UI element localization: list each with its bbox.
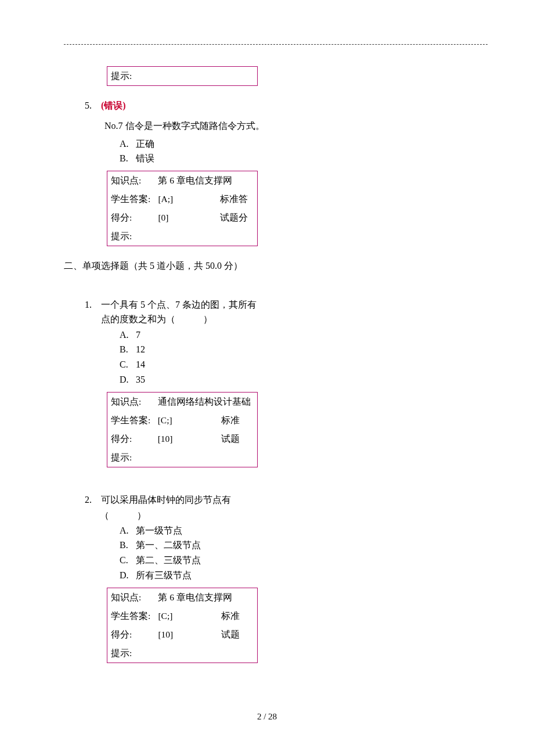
student-answer-value: [A;]: [154, 190, 217, 208]
answer-box-q5: 知识点: 第 6 章电信支撑网 学生答案: [A;] 标准答 得分: [0] 试…: [107, 171, 258, 246]
student-answer-value: [C;]: [154, 411, 218, 430]
kp-value: 通信网络结构设计基础: [154, 392, 258, 411]
score-value: [10]: [154, 430, 218, 448]
option-a: A.第一级节点: [120, 524, 476, 538]
spacer: [64, 275, 476, 298]
fullscore-cut: 试题: [218, 625, 257, 644]
score-value: [10]: [154, 625, 218, 644]
question-5-options: A.正确 B.错误: [120, 137, 476, 167]
student-answer-label: 学生答案:: [107, 411, 154, 430]
question-1-header: 1. 一个具有 5 个点、7 条边的图，其所有点的度数之和为（ ）: [85, 298, 476, 327]
question-number: 1.: [85, 298, 99, 312]
score-value: [0]: [154, 208, 217, 227]
option-d: D.35: [120, 373, 476, 387]
option-c: C.14: [120, 358, 476, 372]
standard-cut: 标准: [218, 607, 257, 625]
standard-cut: 标准: [218, 411, 257, 430]
kp-value: 第 6 章电信支撑网: [154, 171, 257, 190]
question-number: 2.: [85, 493, 99, 507]
status-badge: (错误): [101, 100, 126, 110]
kp-label: 知识点:: [107, 171, 155, 190]
fullscore-cut: 试题: [218, 430, 257, 448]
kp-label: 知识点:: [107, 588, 155, 607]
score-label: 得分:: [107, 208, 155, 227]
question-5-text: No.7 信令是一种数字式随路信令方式。: [104, 119, 279, 134]
student-answer-value: [C;]: [154, 607, 218, 625]
kp-label: 知识点:: [107, 392, 154, 411]
option-d: D.所有三级节点: [120, 568, 476, 583]
question-2-text-line1: 可以采用晶体时钟的同步节点有: [101, 495, 231, 505]
answer-box-q1: 知识点: 通信网络结构设计基础 学生答案: [C;] 标准 得分: [10] 试…: [107, 392, 258, 467]
option-b: B.第一、二级节点: [120, 538, 476, 553]
score-label: 得分:: [107, 625, 155, 644]
section-2-heading: 二、单项选择题（共 5 道小题，共 50.0 分）: [64, 259, 476, 273]
question-2-options: A.第一级节点 B.第一、二级节点 C.第二、三级节点 D.所有三级节点: [120, 524, 476, 583]
hint-label: 提示:: [107, 227, 155, 246]
option-a: A.正确: [120, 137, 476, 152]
answer-box-prev: 提示:: [107, 66, 258, 86]
question-1-options: A.7 B.12 C.14 D.35: [120, 328, 476, 387]
hint-label: 提示:: [107, 644, 155, 663]
page: 提示: 5. (错误) No.7 信令是一种数字式随路信令方式。 A.正确 B.…: [0, 0, 534, 756]
hint-label: 提示:: [107, 67, 154, 86]
page-footer: 2 / 28: [0, 710, 534, 723]
question-1-text-inline: 一个具有 5 个点、7 条边的图，其所有点的度数之和为（ ）: [101, 298, 258, 327]
option-b: B.12: [120, 343, 476, 357]
student-answer-label: 学生答案:: [107, 190, 155, 208]
question-number: 5.: [85, 99, 99, 113]
student-answer-label: 学生答案:: [107, 607, 155, 625]
question-2-text-line2: （ ）: [100, 509, 476, 523]
spacer: [64, 480, 476, 493]
content-area: 提示: 5. (错误) No.7 信令是一种数字式随路信令方式。 A.正确 B.…: [64, 44, 476, 663]
answer-box-q2: 知识点: 第 6 章电信支撑网 学生答案: [C;] 标准 得分: [10] 试…: [107, 588, 258, 663]
standard-cut: 标准答: [217, 190, 257, 208]
question-2-header: 2. 可以采用晶体时钟的同步节点有: [85, 493, 476, 507]
option-a: A.7: [120, 328, 476, 343]
kp-value: 第 6 章电信支撑网: [154, 588, 257, 607]
score-label: 得分:: [107, 430, 154, 448]
option-c: C.第二、三级节点: [120, 553, 476, 568]
option-b: B.错误: [120, 152, 476, 166]
hint-label: 提示:: [107, 448, 154, 467]
header-divider: [64, 44, 488, 45]
fullscore-cut: 试题分: [217, 208, 257, 227]
question-5-header: 5. (错误): [85, 99, 476, 113]
